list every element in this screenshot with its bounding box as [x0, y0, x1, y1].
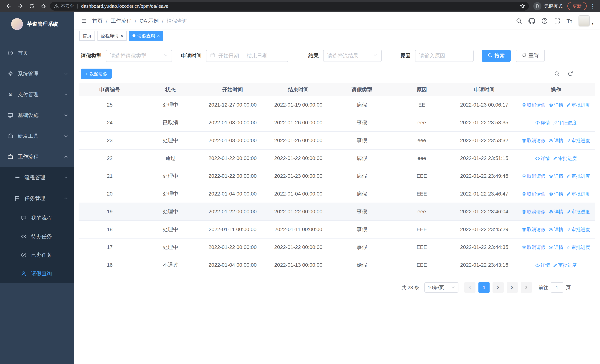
cell-id: 21 — [79, 167, 141, 185]
create-leave-button[interactable]: + 发起请假 — [81, 69, 112, 79]
leave-type-select[interactable]: 请选择请假类型 — [106, 50, 172, 62]
cell-start-time: 2022-01-03 00:00:00 — [200, 131, 265, 149]
breadcrumb-oa-example[interactable]: OA 示例 — [140, 18, 159, 24]
cell-apply-time: 2022-01-22 23:53:35 — [451, 114, 517, 131]
cell-start-time: 2022-01-04 00:00:00 — [200, 185, 265, 203]
cancel-leave-link[interactable]: 取消请假 — [522, 102, 545, 108]
approval-progress-link[interactable]: 审批进度 — [566, 138, 590, 144]
fullscreen-icon[interactable] — [554, 18, 560, 24]
approval-progress-link[interactable]: 审批进度 — [566, 209, 590, 215]
browser-menu-icon[interactable]: ⋮ — [590, 3, 596, 9]
cell-actions: 详情审批进度 — [517, 256, 595, 274]
browser-back-icon[interactable] — [6, 3, 12, 9]
apply-time-range-picker[interactable]: 开始日期 - 结束日期 — [206, 50, 288, 62]
tab-close-icon[interactable]: × — [157, 33, 160, 38]
sidebar-item-todo-tasks[interactable]: 待办任务 — [0, 227, 74, 246]
approval-progress-link[interactable]: 审批进度 — [566, 102, 590, 108]
app-logo[interactable]: 芋道管理系统 — [0, 12, 74, 36]
sidebar-item-done-tasks[interactable]: 已办任务 — [0, 246, 74, 264]
detail-link[interactable]: 详情 — [535, 262, 550, 268]
sidebar-item-system[interactable]: 系统管理 — [0, 63, 74, 84]
sidebar-item-devtools[interactable]: 研发工具 — [0, 126, 74, 146]
detail-link[interactable]: 详情 — [548, 244, 563, 250]
breadcrumb-workflow[interactable]: 工作流程 — [111, 18, 131, 24]
breadcrumb-home[interactable]: 首页 — [92, 18, 103, 24]
user-menu[interactable]: ▼ — [579, 15, 594, 27]
approval-progress-link[interactable]: 审批进度 — [553, 155, 577, 161]
goto-page-input[interactable] — [551, 282, 563, 293]
sidebar-item-my-processes[interactable]: 我的流程 — [0, 209, 74, 227]
user-icon — [21, 271, 27, 277]
security-warning-label[interactable]: 不安全 — [61, 3, 74, 9]
sidebar-item-process-mgmt[interactable]: 流程管理 — [0, 167, 74, 188]
cell-start-time: 2022-01-22 00:00:00 — [200, 238, 265, 256]
cell-leave-type: 病假 — [332, 185, 392, 203]
cell-status: 不通过 — [141, 256, 200, 274]
browser-forward-icon[interactable] — [18, 3, 23, 9]
github-icon[interactable] — [528, 18, 535, 24]
approval-progress-link[interactable]: 审批进度 — [566, 191, 590, 197]
tab-leave-query[interactable]: 请假查询 × — [129, 31, 163, 41]
cancel-leave-link[interactable]: 取消请假 — [522, 226, 545, 233]
url-text[interactable]: dashboard.yudao.iocoder.cn/bpm/oa/leave — [81, 3, 169, 9]
cancel-leave-link[interactable]: 取消请假 — [522, 209, 545, 215]
search-icon[interactable] — [516, 18, 522, 24]
cancel-leave-link[interactable]: 取消请假 — [522, 138, 545, 144]
sidebar-item-task-mgmt[interactable]: 任务管理 — [0, 188, 74, 209]
detail-eye-icon — [548, 245, 553, 250]
tab-home[interactable]: 首页 — [79, 31, 95, 41]
sidebar-item-leave-query[interactable]: 请假查询 — [0, 264, 74, 283]
font-size-icon[interactable]: TT — [567, 18, 572, 24]
approval-progress-link[interactable]: 审批进度 — [566, 173, 590, 179]
cell-id: 19 — [79, 203, 141, 221]
browser-home-icon[interactable] — [40, 3, 46, 9]
detail-link[interactable]: 详情 — [548, 173, 563, 179]
tab-process-detail[interactable]: 流程详情 × — [97, 31, 127, 41]
cell-id: 25 — [79, 96, 141, 114]
detail-link[interactable]: 详情 — [548, 226, 563, 233]
sidebar-item-payment[interactable]: ¥ 支付管理 — [0, 84, 74, 105]
sidebar-fold-icon[interactable] — [80, 18, 87, 24]
next-page-button[interactable] — [521, 282, 532, 293]
browser-reload-icon[interactable] — [29, 3, 35, 9]
help-icon[interactable] — [542, 18, 548, 24]
detail-link[interactable]: 详情 — [548, 138, 563, 144]
detail-link[interactable]: 详情 — [535, 155, 550, 161]
tab-close-icon[interactable]: × — [121, 33, 123, 38]
approval-progress-link[interactable]: 审批进度 — [566, 244, 590, 250]
search-button[interactable]: 搜索 — [482, 50, 511, 62]
monitor-icon — [7, 112, 13, 118]
cell-apply-time: 2022-01-22 23:45:29 — [451, 221, 517, 238]
bookmark-star-icon[interactable] — [520, 3, 525, 9]
column-header: 原因 — [392, 84, 451, 96]
result-select[interactable]: 请选择流结果 — [323, 50, 382, 62]
browser-update-button[interactable]: 更新 — [567, 2, 587, 10]
breadcrumb: 首页 / 工作流程 / OA 示例 / 请假查询 — [92, 18, 188, 24]
detail-eye-icon — [535, 121, 540, 125]
avatar[interactable] — [579, 15, 590, 27]
reset-button[interactable]: 重置 — [516, 50, 545, 62]
cancel-leave-link[interactable]: 取消请假 — [522, 191, 545, 197]
page-button-2[interactable]: 2 — [493, 282, 504, 293]
page-button-3[interactable]: 3 — [506, 282, 518, 293]
approval-progress-link[interactable]: 审批进度 — [566, 226, 590, 233]
detail-link[interactable]: 详情 — [548, 191, 563, 197]
sidebar-item-home[interactable]: 首页 — [0, 43, 74, 63]
sidebar-item-workflow[interactable]: 工作流程 — [0, 146, 74, 167]
active-tab-dot — [132, 34, 135, 37]
cancel-leave-link[interactable]: 取消请假 — [522, 244, 545, 250]
refresh-table-icon[interactable] — [567, 71, 573, 77]
reason-input[interactable] — [415, 50, 474, 62]
detail-link[interactable]: 详情 — [535, 120, 550, 126]
page-size-select[interactable]: 10条/页 — [424, 282, 459, 293]
toggle-search-icon[interactable] — [554, 71, 560, 77]
address-bar[interactable]: 不安全 dashboard.yudao.iocoder.cn/bpm/oa/le… — [50, 2, 529, 10]
prev-page-button[interactable] — [464, 282, 476, 293]
sidebar-item-infrastructure[interactable]: 基础设施 — [0, 105, 74, 126]
detail-link[interactable]: 详情 — [548, 102, 563, 108]
cancel-leave-link[interactable]: 取消请假 — [522, 173, 545, 179]
detail-link[interactable]: 详情 — [548, 209, 563, 215]
approval-progress-link[interactable]: 审批进度 — [553, 262, 577, 268]
page-button-1[interactable]: 1 — [478, 282, 489, 293]
approval-progress-link[interactable]: 审批进度 — [553, 120, 577, 126]
